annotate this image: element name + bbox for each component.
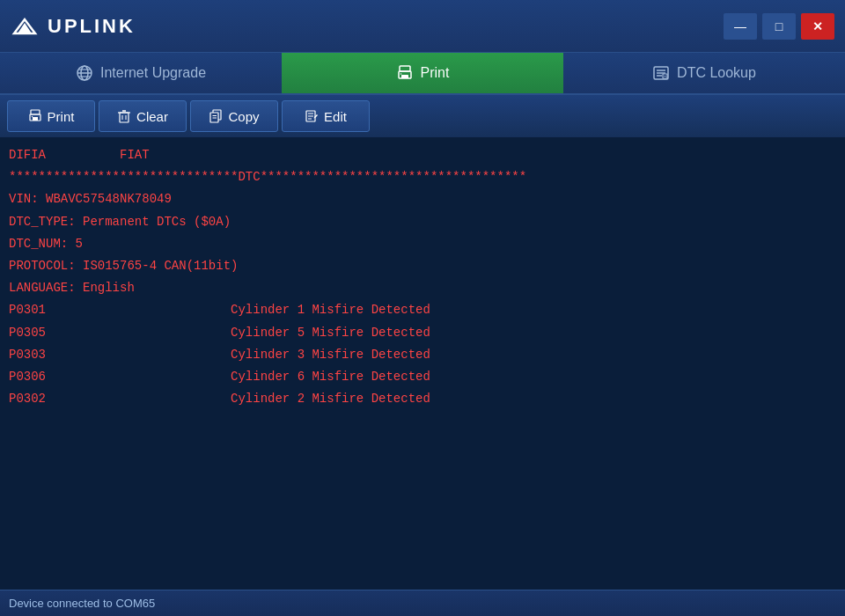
tab-internet-upgrade[interactable]: Internet Upgrade xyxy=(0,53,282,93)
print-icon xyxy=(396,64,414,82)
title-bar: UPLINK — □ ✕ xyxy=(0,0,845,53)
maximize-button[interactable]: □ xyxy=(762,13,796,40)
svg-rect-17 xyxy=(31,110,40,114)
tab-dtc-lookup[interactable]: DTC Lookup xyxy=(563,53,845,93)
copy-button[interactable]: Copy xyxy=(190,100,278,132)
tab-print-label: Print xyxy=(421,65,450,81)
text-line: P0306 Cylinder 6 Misfire Detected xyxy=(9,366,836,388)
text-line: DTC_TYPE: Permanent DTCs ($0A) xyxy=(9,211,836,233)
content-area: DIFIA FIAT******************************… xyxy=(0,137,845,590)
logo: UPLINK xyxy=(11,12,136,40)
tab-dtc-lookup-label: DTC Lookup xyxy=(677,65,756,81)
copy-btn-icon xyxy=(209,109,223,123)
close-button[interactable]: ✕ xyxy=(801,13,834,40)
edit-btn-icon xyxy=(305,109,319,123)
text-line: P0302 Cylinder 2 Misfire Detected xyxy=(9,388,836,410)
window-controls: — □ ✕ xyxy=(724,13,834,40)
nav-tabs: Internet Upgrade Print DTC Lookup xyxy=(0,53,845,95)
print-button-label: Print xyxy=(48,109,75,124)
text-line: DTC_NUM: 5 xyxy=(9,233,836,255)
logo-text: UPLINK xyxy=(48,15,136,38)
svg-rect-19 xyxy=(33,117,38,121)
copy-button-label: Copy xyxy=(228,109,259,124)
globe-icon xyxy=(76,64,93,82)
svg-rect-9 xyxy=(401,75,408,78)
text-line: VIN: WBAVC57548NK78049 xyxy=(9,188,836,210)
text-line: *******************************DTC******… xyxy=(9,166,836,188)
minimize-button[interactable]: — xyxy=(724,13,757,40)
status-text: Device connected to COM65 xyxy=(9,597,155,610)
svg-point-10 xyxy=(400,73,401,75)
status-bar: Device connected to COM65 xyxy=(0,590,845,616)
text-line: PROTOCOL: IS015765-4 CAN(11bit) xyxy=(9,255,836,277)
toolbar: Print Clear Copy Edit xyxy=(0,95,845,137)
clear-button-label: Clear xyxy=(136,109,168,124)
text-line: P0301 Cylinder 1 Misfire Detected xyxy=(9,299,836,321)
tab-internet-upgrade-label: Internet Upgrade xyxy=(100,65,206,81)
print-button[interactable]: Print xyxy=(7,100,95,132)
print-btn-icon xyxy=(28,109,42,123)
logo-icon xyxy=(11,12,39,40)
text-display[interactable]: DIFIA FIAT******************************… xyxy=(0,137,845,590)
svg-rect-21 xyxy=(120,113,129,122)
tab-print[interactable]: Print xyxy=(282,53,563,93)
clear-btn-icon xyxy=(117,109,131,123)
edit-button[interactable]: Edit xyxy=(282,100,370,132)
text-line: P0303 Cylinder 3 Misfire Detected xyxy=(9,344,836,366)
svg-rect-7 xyxy=(400,66,410,71)
text-line: LANGUAGE: English xyxy=(9,277,836,299)
edit-button-label: Edit xyxy=(324,109,347,124)
text-line: DIFIA FIAT xyxy=(9,144,836,166)
svg-point-20 xyxy=(31,116,32,117)
text-line: P0305 Cylinder 5 Misfire Detected xyxy=(9,322,836,344)
dtc-icon xyxy=(652,64,670,82)
clear-button[interactable]: Clear xyxy=(99,100,187,132)
